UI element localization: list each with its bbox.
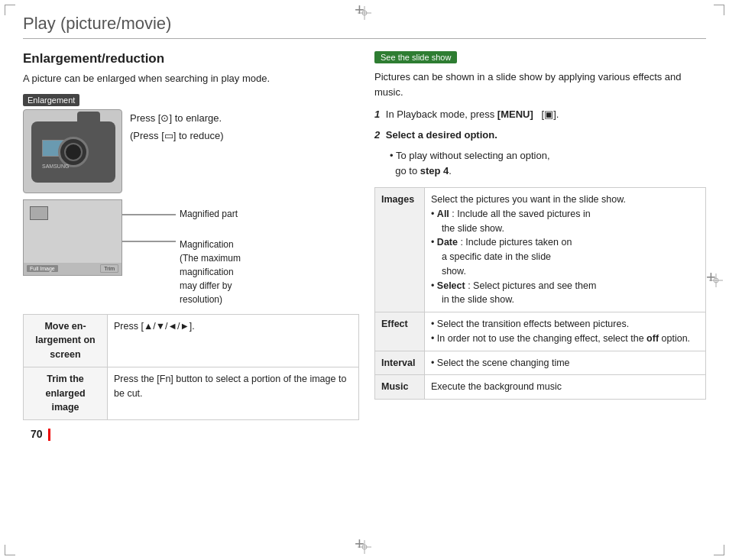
page-number: 70 bbox=[23, 428, 359, 441]
interval-label: Interval bbox=[375, 351, 425, 375]
magnified-indicator bbox=[30, 206, 48, 220]
move-value: Press [▲/▼/◄/►]. bbox=[108, 314, 359, 367]
magnified-bottom-bar: Full Image Trim bbox=[24, 263, 122, 275]
slide-table: Images Select the pictures you want in t… bbox=[374, 187, 706, 400]
magnified-part-label: Magnified part bbox=[180, 209, 241, 219]
table-row: Effect • Select the transition effects b… bbox=[375, 312, 706, 351]
images-value: Select the pictures you want in the slid… bbox=[425, 188, 706, 312]
magnification-label: Magnification(The maximummagnificationma… bbox=[180, 238, 241, 306]
table-row: Move en-largement onscreen Press [▲/▼/◄/… bbox=[24, 314, 359, 367]
music-label: Music bbox=[375, 375, 425, 400]
page: Play (picture/movie) Enlargement/reducti… bbox=[0, 0, 729, 560]
slide-intro: Pictures can be shown in a slide show by… bbox=[374, 70, 706, 99]
crosshair-right bbox=[709, 274, 723, 287]
step-1-num: 1 bbox=[374, 108, 380, 120]
trim-label: Trim bbox=[100, 264, 118, 273]
page-num-text: 70 bbox=[31, 428, 43, 440]
camera-area: SAMSUNG Press [⊙] to enlarge. (Press [▭]… bbox=[23, 109, 359, 193]
table-row: Trim theenlargedimage Press the [Fn] but… bbox=[24, 367, 359, 419]
press-instruction: Press [⊙] to enlarge. (Press [▭] to redu… bbox=[130, 109, 224, 145]
table-row: Interval • Select the scene changing tim… bbox=[375, 351, 706, 375]
camera-image: SAMSUNG bbox=[23, 109, 122, 193]
slide-show-badge: See the slide show bbox=[374, 51, 457, 63]
table-row: Images Select the pictures you want in t… bbox=[375, 188, 706, 312]
effect-label: Effect bbox=[375, 312, 425, 351]
move-label: Move en-largement onscreen bbox=[24, 314, 108, 367]
step-1-content: In Playback mode, press [MENU] [▣]. bbox=[386, 108, 559, 120]
trim-label-cell: Trim theenlargedimage bbox=[24, 367, 108, 419]
music-value: Execute the background music bbox=[425, 375, 706, 400]
interval-value: • Select the scene changing time bbox=[425, 351, 706, 375]
corner-tl bbox=[5, 5, 15, 15]
corner-tr bbox=[714, 5, 724, 15]
page-num-bar bbox=[48, 429, 50, 441]
images-label: Images bbox=[375, 188, 425, 312]
section-heading: Enlargement/reduction bbox=[23, 51, 359, 66]
enlargement-badge: Enlargement bbox=[23, 94, 79, 106]
step-2-content: Select a desired option. bbox=[386, 129, 497, 141]
corner-bl bbox=[5, 545, 15, 555]
step2-bullet: • To play without selecting an option, g… bbox=[390, 148, 706, 180]
section-subtext: A picture can be enlarged when searching… bbox=[23, 71, 359, 86]
step-1: 1 In Playback mode, press [MENU] [▣]. bbox=[374, 107, 706, 123]
table-row: Music Execute the background music bbox=[375, 375, 706, 400]
right-column: See the slide show Pictures can be shown… bbox=[374, 51, 706, 400]
crosshair-bottom bbox=[358, 540, 371, 554]
trim-value: Press the [Fn] button to select a portio… bbox=[108, 367, 359, 419]
effect-value: • Select the transition effects between … bbox=[425, 312, 706, 351]
crosshair-top bbox=[358, 6, 371, 20]
step-2: 2 Select a desired option. bbox=[374, 128, 706, 144]
corner-br bbox=[714, 545, 724, 555]
magnified-image: Full Image Trim bbox=[23, 199, 122, 276]
full-image-label: Full Image bbox=[27, 265, 58, 272]
step-2-num: 2 bbox=[374, 129, 380, 141]
main-content: Enlargement/reduction A picture can be e… bbox=[23, 51, 706, 441]
left-column: Enlargement/reduction A picture can be e… bbox=[23, 51, 359, 441]
move-table: Move en-largement onscreen Press [▲/▼/◄/… bbox=[23, 314, 359, 421]
